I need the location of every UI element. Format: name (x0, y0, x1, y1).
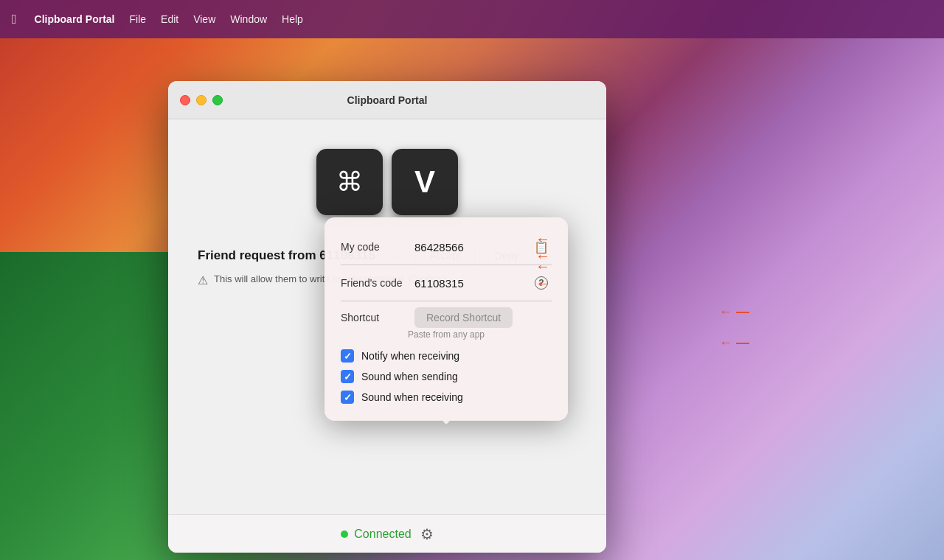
traffic-lights (180, 95, 223, 105)
connected-label: Connected (354, 528, 411, 541)
v-key: V (392, 149, 458, 215)
shortcut-row: Shortcut Record Shortcut (341, 307, 552, 328)
connected-bar: Connected ⚙ (168, 514, 606, 553)
keys-display: ⌘ V (316, 149, 458, 215)
settings-popover: My code 86428566 📋 ← ← Friend's code 611… (324, 217, 568, 421)
menu-view[interactable]: View (193, 13, 215, 25)
sound-receiving-checkbox[interactable]: ✓ (341, 391, 354, 404)
menu-window[interactable]: Window (230, 13, 267, 25)
friends-code-label: Friend's code (341, 277, 414, 289)
copy-code-button[interactable]: 📋 (531, 237, 552, 257)
sound-sending-checkbox[interactable]: ✓ (341, 370, 354, 383)
shortcut-hint: Paste from any app (341, 329, 552, 340)
divider-2 (341, 301, 552, 301)
connected-indicator (341, 531, 348, 538)
checkbox-sound-sending: ✓ Sound when sending (341, 366, 552, 387)
maximize-button[interactable] (212, 95, 223, 105)
shortcut-label: Shortcut (341, 312, 414, 323)
cmd-symbol: ⌘ (336, 167, 363, 197)
my-code-value: 86428566 (414, 241, 531, 253)
window-title: Clipboard Portal (347, 94, 428, 106)
settings-gear-icon[interactable]: ⚙ (420, 525, 434, 543)
apple-menu-icon[interactable]:  (12, 12, 17, 27)
v-letter: V (414, 164, 435, 200)
sound-sending-label: Sound when sending (361, 371, 458, 382)
divider-1 (341, 265, 552, 265)
cmd-key: ⌘ (316, 149, 383, 215)
minimize-button[interactable] (196, 95, 206, 105)
sound-receiving-checkmark: ✓ (344, 392, 352, 403)
menu-help[interactable]: Help (282, 13, 303, 25)
copy-icon: 📋 (534, 240, 549, 254)
record-shortcut-button[interactable]: Record Shortcut (414, 307, 513, 328)
notify-label: Notify when receiving (361, 350, 459, 362)
warning-icon: ⚠ (198, 273, 208, 287)
checkbox-sound-receiving: ✓ Sound when receiving (341, 387, 552, 407)
app-name-label: Clipboard Portal (35, 13, 115, 25)
friends-code-row: Friend's code 61108315 ? (341, 268, 552, 298)
help-icon: ? (535, 276, 548, 290)
my-code-row: My code 86428566 📋 (341, 232, 552, 262)
notify-checkmark: ✓ (344, 351, 352, 362)
window-titlebar: Clipboard Portal (168, 81, 606, 119)
help-code-button[interactable]: ? (531, 273, 552, 293)
friends-code-value: 61108315 (414, 277, 531, 290)
close-button[interactable] (180, 95, 190, 105)
notify-checkbox[interactable]: ✓ (341, 349, 354, 363)
menu-edit[interactable]: Edit (161, 13, 178, 25)
my-code-label: My code (341, 241, 414, 253)
sound-sending-checkmark: ✓ (344, 371, 352, 382)
menu-file[interactable]: File (129, 13, 146, 25)
sound-receiving-label: Sound when receiving (361, 391, 463, 403)
checkbox-notify: ✓ Notify when receiving (341, 346, 552, 366)
menubar:  Clipboard Portal File Edit View Window… (0, 0, 944, 38)
